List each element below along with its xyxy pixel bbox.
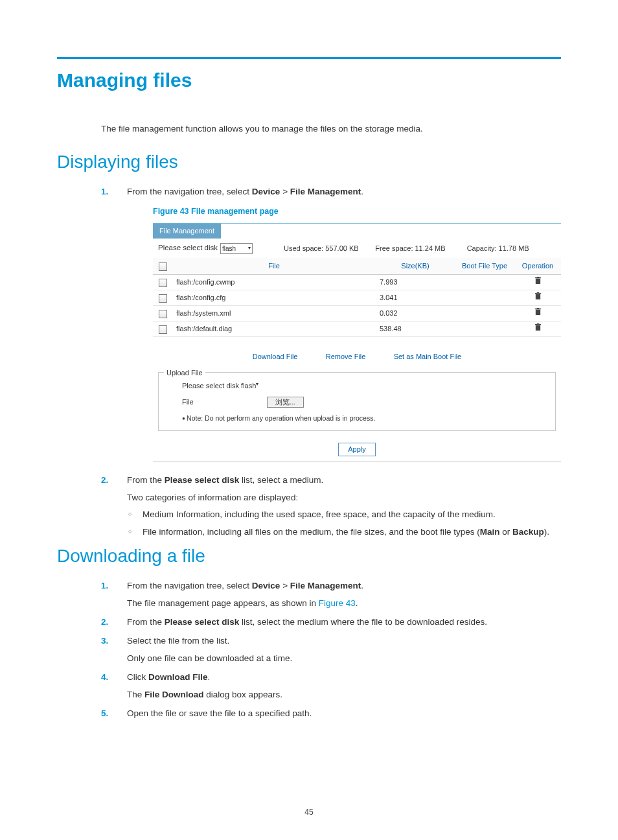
col-size: Size(KB) [376, 258, 455, 275]
table-row: flash:/config.cfg 3.041 [153, 290, 561, 306]
select-disk-label: Please select disk [158, 242, 218, 254]
set-main-boot-link[interactable]: Set as Main Boot File [381, 353, 475, 360]
figure-43-screenshot: File Management Please select disk flash… [153, 223, 561, 461]
free-space: Free space: 11.24 MB [375, 243, 464, 254]
row-checkbox[interactable] [159, 279, 167, 287]
select-all-checkbox[interactable] [159, 262, 167, 271]
trash-icon[interactable] [534, 278, 542, 286]
download-step-1: 1. From the navigation tree, select Devi… [101, 579, 561, 611]
download-step-3: 3. Select the file from the list. Only o… [101, 635, 561, 666]
upload-fieldset: Upload File Please select disk flash Fil… [158, 372, 556, 430]
row-checkbox[interactable] [159, 294, 167, 303]
download-step-4: 4. Click Download File. The File Downloa… [101, 671, 561, 702]
display-step-2: 2. From the Please select disk list, sel… [101, 474, 561, 540]
file-table: File Size(KB) Boot File Type Operation f… [153, 258, 561, 337]
section-downloading-file: Downloading a file [57, 546, 561, 566]
page-title: Managing files [57, 69, 561, 91]
section-displaying-files: Displaying files [57, 152, 561, 172]
figure-caption: Figure 43 File management page [153, 205, 561, 218]
row-checkbox[interactable] [159, 310, 167, 318]
bullet-file-info: File information, including all files on… [127, 526, 561, 539]
trash-icon[interactable] [534, 309, 542, 317]
bullet-medium-info: Medium Information, including the used s… [127, 508, 561, 522]
ss-tab-file-management[interactable]: File Management [153, 224, 221, 239]
table-row: flash:/default.diag 538.48 [153, 321, 561, 337]
download-step-5: 5. Open the file or save the file to a s… [101, 707, 561, 721]
upload-file-label: File [182, 398, 194, 406]
display-step-1: 1. From the navigation tree, select Devi… [101, 185, 561, 462]
col-file: File [172, 258, 376, 275]
figure-43-link[interactable]: Figure 43 [319, 598, 356, 608]
trash-icon[interactable] [534, 294, 542, 301]
upload-select-disk-dropdown[interactable]: flash [241, 380, 258, 391]
col-operation: Operation [514, 258, 561, 275]
page-number: 45 [0, 808, 618, 817]
intro-text: The file management function allows you … [101, 124, 561, 134]
used-space: Used space: 557.00 KB [284, 243, 372, 254]
table-row: flash:/config.cwmp 7.993 [153, 275, 561, 290]
capacity: Capacity: 11.78 MB [467, 243, 556, 254]
upload-note: Note: Do not perform any operation when … [182, 413, 546, 423]
upload-legend: Upload File [164, 368, 205, 379]
download-file-link[interactable]: Download File [240, 353, 311, 360]
remove-file-link[interactable]: Remove File [313, 353, 379, 360]
select-disk-dropdown[interactable]: flash [220, 243, 253, 255]
col-boot: Boot File Type [455, 258, 514, 275]
browse-button[interactable]: 浏览... [267, 397, 304, 408]
table-row: flash:/system.xml 0.032 [153, 306, 561, 321]
apply-button[interactable]: Apply [338, 443, 376, 456]
trash-icon[interactable] [534, 325, 542, 332]
title-rule [57, 57, 561, 59]
row-checkbox[interactable] [159, 325, 167, 334]
download-step-2: 2. From the Please select disk list, sel… [101, 616, 561, 629]
